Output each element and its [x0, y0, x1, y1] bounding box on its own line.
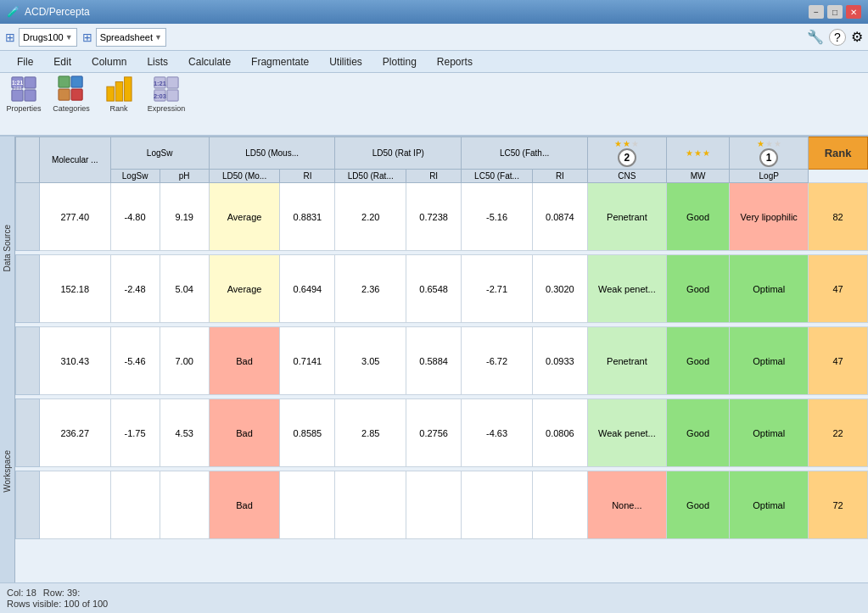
settings-icon[interactable]: ⚙ [851, 29, 863, 45]
table-cell[interactable]: Average [209, 183, 280, 251]
table-cell[interactable] [39, 471, 110, 539]
table-cell[interactable]: -6.72 [462, 327, 533, 395]
table-row[interactable]: 152.18-2.485.04Average0.64942.360.6548-2… [16, 255, 868, 323]
table-cell[interactable]: 0.8585 [280, 399, 335, 467]
ribbon-categories[interactable]: Categories [54, 76, 88, 112]
col-lc50-bot[interactable]: LC50 (Fat... [462, 170, 533, 183]
table-cell[interactable]: -2.71 [462, 255, 533, 323]
table-cell[interactable]: 0.3020 [532, 255, 587, 323]
col-ld50-rat-top[interactable]: LD50 (Rat IP) [335, 137, 462, 170]
table-cell[interactable]: 0.7141 [280, 327, 335, 395]
workspace-label[interactable]: Workspace [3, 447, 12, 496]
table-cell[interactable]: Bad [209, 471, 280, 539]
table-cell[interactable]: Very lipophilic [730, 183, 809, 251]
table-cell[interactable]: 7.00 [160, 327, 209, 395]
col-logsw-top[interactable]: LogSw [110, 137, 209, 170]
table-cell[interactable] [532, 471, 587, 539]
col-mw-top[interactable]: ★ ★ ★ [666, 137, 729, 170]
menu-calculate[interactable]: Calculate [178, 54, 241, 70]
ribbon-expression[interactable]: 1:21 2:03 Expression [149, 76, 183, 112]
table-cell[interactable]: 82 [809, 183, 868, 251]
menu-edit[interactable]: Edit [43, 54, 81, 70]
menu-fragmentate[interactable]: Fragmentate [241, 54, 319, 70]
dataset-dropdown[interactable]: Drugs100 ▼ [19, 28, 77, 47]
help-icon[interactable]: ? [829, 29, 846, 46]
table-cell[interactable]: Optimal [730, 255, 809, 323]
table-cell[interactable]: 0.0806 [532, 399, 587, 467]
table-cell[interactable]: Bad [209, 327, 280, 395]
table-row[interactable]: 236.27-1.754.53Bad0.85852.850.2756-4.630… [16, 399, 868, 467]
table-cell[interactable]: Good [666, 471, 729, 539]
col-ld50-rat-ri[interactable]: RI [406, 170, 462, 183]
table-cell[interactable]: -4.63 [462, 399, 533, 467]
col-logsw-bot[interactable]: LogSw [110, 170, 160, 183]
table-cell[interactable]: Optimal [730, 471, 809, 539]
table-cell[interactable]: 22 [809, 399, 868, 467]
table-cell[interactable]: 5.04 [160, 255, 209, 323]
table-cell[interactable]: Good [666, 327, 729, 395]
data-source-label[interactable]: Data Source [3, 221, 12, 276]
col-lc50-top[interactable]: LC50 (Fath... [462, 137, 588, 170]
table-cell[interactable]: 0.6494 [280, 255, 335, 323]
table-cell[interactable]: Weak penet... [587, 255, 666, 323]
table-cell[interactable] [160, 471, 209, 539]
wrench-icon[interactable]: 🔧 [807, 29, 824, 45]
table-cell[interactable]: 2.85 [335, 399, 406, 467]
table-cell[interactable]: 4.53 [160, 399, 209, 467]
table-cell[interactable]: 0.5884 [406, 327, 462, 395]
minimize-button[interactable]: − [809, 5, 824, 19]
table-cell[interactable]: 47 [809, 327, 868, 395]
col-logp-bot[interactable]: LogP [730, 170, 809, 183]
menu-lists[interactable]: Lists [137, 54, 178, 70]
table-row[interactable]: 310.43-5.467.00Bad0.71413.050.5884-6.720… [16, 327, 868, 395]
col-ld50-rat-bot[interactable]: LD50 (Rat... [335, 170, 406, 183]
ribbon-properties[interactable]: 1:21 2:03 Properties [7, 76, 41, 112]
table-cell[interactable]: Average [209, 255, 280, 323]
table-cell[interactable]: -5.16 [462, 183, 533, 251]
table-cell[interactable] [462, 471, 533, 539]
col-logsw-ph[interactable]: pH [160, 170, 209, 183]
table-cell[interactable]: 310.43 [39, 327, 110, 395]
col-cns-top[interactable]: ★ ★ ★ 2 [587, 137, 666, 170]
table-cell[interactable]: 2.36 [335, 255, 406, 323]
spreadsheet-dropdown[interactable]: Spreadsheet ▼ [96, 28, 166, 47]
menu-plotting[interactable]: Plotting [372, 54, 427, 70]
table-cell[interactable] [110, 471, 160, 539]
table-cell[interactable] [280, 471, 335, 539]
table-cell[interactable]: 0.7238 [406, 183, 462, 251]
table-cell[interactable]: 72 [809, 471, 868, 539]
close-button[interactable]: ✕ [846, 5, 861, 19]
col-rank-top[interactable]: Rank [809, 137, 868, 170]
table-cell[interactable]: -4.80 [110, 183, 160, 251]
spreadsheet-area[interactable]: Molecular ... LogSw LD50 (Mous... LD50 (… [15, 137, 868, 582]
table-cell[interactable]: 277.40 [39, 183, 110, 251]
col-cns-bot[interactable]: CNS [587, 170, 666, 183]
col-mw-bot[interactable]: MW [666, 170, 729, 183]
table-cell[interactable]: Penetrant [587, 183, 666, 251]
table-row[interactable]: BadNone...GoodOptimal72 [16, 471, 868, 539]
table-cell[interactable]: Bad [209, 399, 280, 467]
menu-file[interactable]: File [7, 54, 43, 70]
table-cell[interactable]: 236.27 [39, 399, 110, 467]
col-ld50-mouse-ri[interactable]: RI [280, 170, 335, 183]
table-cell[interactable]: Good [666, 255, 729, 323]
maximize-button[interactable]: □ [827, 5, 843, 19]
col-ld50-mouse-bot[interactable]: LD50 (Mo... [209, 170, 280, 183]
table-cell[interactable]: Good [666, 399, 729, 467]
table-cell[interactable]: 0.0933 [532, 327, 587, 395]
table-cell[interactable] [406, 471, 462, 539]
col-logp-top[interactable]: ★ ★ ★ 1 [730, 137, 809, 170]
table-cell[interactable]: -5.46 [110, 327, 160, 395]
table-cell[interactable]: 9.19 [160, 183, 209, 251]
table-cell[interactable]: Penetrant [587, 327, 666, 395]
table-cell[interactable]: 0.8831 [280, 183, 335, 251]
table-cell[interactable]: 0.6548 [406, 255, 462, 323]
table-row[interactable]: 277.40-4.809.19Average0.88312.200.7238-5… [16, 183, 868, 251]
table-cell[interactable] [335, 471, 406, 539]
col-lc50-ri[interactable]: RI [532, 170, 587, 183]
menu-utilities[interactable]: Utilities [319, 54, 372, 70]
col-molecular-top[interactable]: Molecular ... [39, 137, 110, 183]
menu-reports[interactable]: Reports [427, 54, 483, 70]
table-cell[interactable]: -2.48 [110, 255, 160, 323]
table-cell[interactable]: Optimal [730, 327, 809, 395]
